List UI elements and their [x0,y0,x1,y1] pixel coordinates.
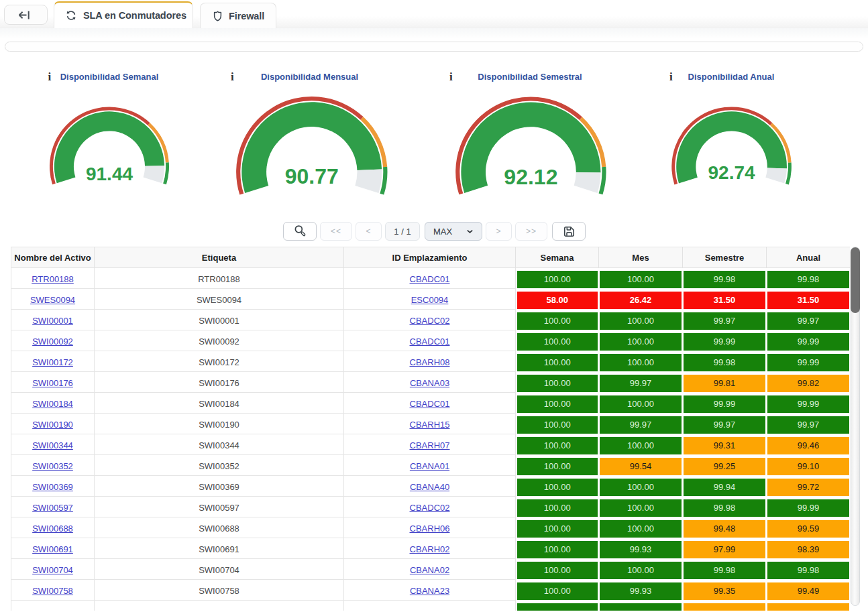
svg-text:92.74: 92.74 [708,162,755,183]
svg-text:92.12: 92.12 [504,165,557,189]
svg-text:91.44: 91.44 [86,164,133,184]
svg-text:90.77: 90.77 [285,164,339,188]
